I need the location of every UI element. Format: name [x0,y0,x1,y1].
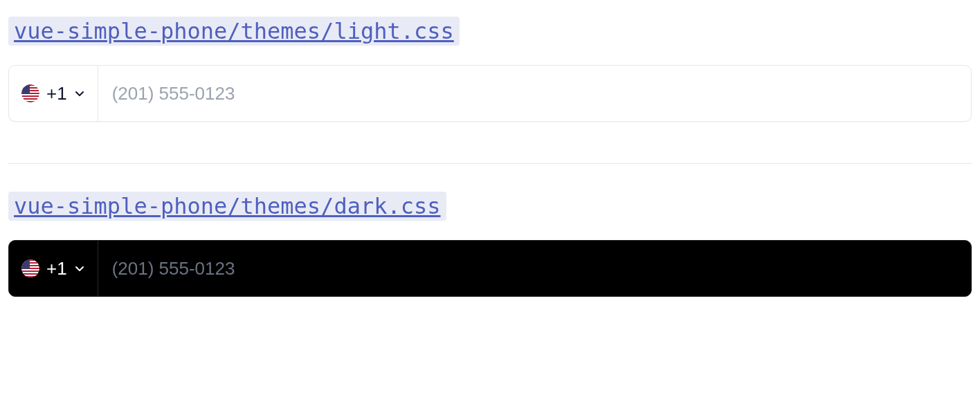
section-divider [8,163,972,164]
svg-rect-17 [21,273,39,275]
svg-rect-18 [21,276,39,277]
svg-rect-2 [21,84,39,86]
svg-rect-8 [21,101,39,102]
us-flag-icon [21,84,39,102]
svg-rect-7 [21,98,39,100]
us-flag-icon [21,259,39,277]
svg-rect-6 [21,95,39,97]
phone-input-field-dark[interactable] [98,241,971,296]
phone-input-light: +1 [8,65,972,122]
theme-link-dark[interactable]: vue-simple-phone/themes/dark.css [8,192,446,221]
svg-rect-19 [21,259,30,269]
dial-code-dark: +1 [46,258,67,279]
dial-code-light: +1 [46,83,67,104]
phone-input-field-light[interactable] [98,66,971,121]
svg-rect-9 [21,84,30,94]
svg-rect-16 [21,270,39,272]
chevron-down-icon [74,88,85,99]
chevron-down-icon [74,263,85,274]
phone-input-dark: +1 [8,240,972,297]
country-selector-light[interactable]: +1 [9,66,98,121]
svg-rect-12 [21,259,39,261]
theme-link-light[interactable]: vue-simple-phone/themes/light.css [8,17,460,46]
country-selector-dark[interactable]: +1 [9,241,98,296]
